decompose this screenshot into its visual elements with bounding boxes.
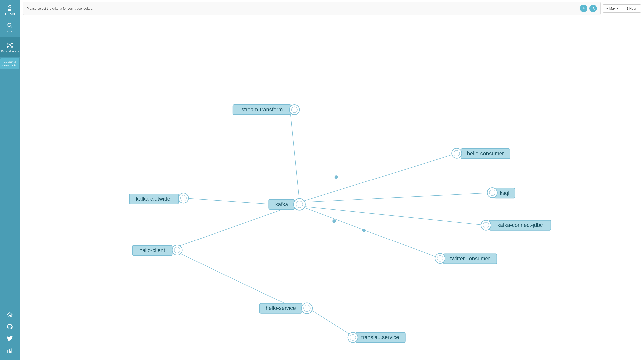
svg-line-12 bbox=[8, 44, 10, 45]
run-search-button[interactable] bbox=[590, 5, 597, 12]
edge-hello-client-hello-service bbox=[177, 252, 292, 307]
go-back-button[interactable]: Go back to classic Zipkin bbox=[0, 58, 20, 69]
svg-point-5 bbox=[8, 23, 11, 26]
svg-line-13 bbox=[10, 44, 12, 45]
svg-point-37 bbox=[174, 247, 180, 253]
svg-point-61 bbox=[350, 335, 356, 340]
time-max-control[interactable]: − Max + bbox=[603, 5, 622, 12]
svg-point-11 bbox=[12, 46, 13, 47]
search-bar: Please select the criteria for your trac… bbox=[23, 2, 601, 15]
dependency-graph: stream-transform kafka kafka-c...twitter bbox=[20, 17, 644, 360]
node-kafka-connect-jdbc[interactable]: kafka-connect-jdbc bbox=[481, 220, 551, 230]
svg-line-6 bbox=[11, 26, 12, 28]
node-hello-service[interactable]: hello-service bbox=[260, 303, 312, 314]
edge-kafka-ksql bbox=[304, 193, 492, 202]
time-controls: − Max + 1 Hour bbox=[603, 4, 641, 13]
svg-text:twitter...onsumer: twitter...onsumer bbox=[450, 255, 490, 262]
svg-text:stream-transform: stream-transform bbox=[242, 106, 282, 112]
node-kafka[interactable]: kafka bbox=[269, 199, 306, 210]
edge-kafka-hello-consumer bbox=[304, 153, 457, 201]
svg-point-53 bbox=[437, 255, 443, 261]
svg-point-33 bbox=[180, 195, 186, 201]
svg-point-9 bbox=[12, 43, 13, 44]
search-placeholder: Please select the criteria for your trac… bbox=[27, 7, 578, 10]
sidebar-bottom bbox=[0, 309, 20, 360]
time-duration-control[interactable]: 1 Hour bbox=[622, 5, 641, 12]
svg-text:kafka: kafka bbox=[275, 201, 288, 207]
sidebar-search-label: Search bbox=[6, 30, 14, 33]
edge-kafka-twitter-kafka bbox=[183, 198, 273, 204]
sidebar: ZIPKIN Search Dependencies Go back to cl… bbox=[0, 0, 20, 360]
edge-dot-3 bbox=[362, 229, 366, 232]
header: Please select the criteria for your trac… bbox=[20, 0, 644, 17]
svg-rect-16 bbox=[8, 350, 8, 353]
svg-line-14 bbox=[8, 46, 10, 46]
svg-text:hello-client: hello-client bbox=[139, 247, 165, 253]
chart-icon-btn[interactable] bbox=[0, 345, 20, 356]
node-hello-consumer[interactable]: hello-consumer bbox=[452, 148, 510, 159]
svg-rect-17 bbox=[9, 349, 10, 353]
svg-text:ksql: ksql bbox=[500, 190, 510, 196]
sidebar-item-dependencies[interactable]: Dependencies bbox=[0, 37, 20, 57]
app-logo[interactable]: ZIPKIN bbox=[0, 0, 20, 17]
svg-text:transla...service: transla...service bbox=[361, 334, 399, 340]
time-duration-label: 1 Hour bbox=[626, 7, 636, 10]
node-ksql[interactable]: ksql bbox=[487, 188, 515, 198]
svg-point-20 bbox=[592, 7, 594, 9]
svg-rect-19 bbox=[12, 348, 12, 353]
svg-text:hello-consumer: hello-consumer bbox=[467, 150, 504, 157]
svg-point-49 bbox=[483, 222, 489, 228]
main-content: Please select the criteria for your trac… bbox=[20, 0, 644, 360]
time-plus-icon: + bbox=[616, 7, 618, 10]
time-max-label: Max bbox=[609, 7, 616, 10]
edge-kafka-connect-jdbc bbox=[304, 206, 486, 225]
app-name: ZIPKIN bbox=[5, 12, 15, 15]
node-hello-client[interactable]: hello-client bbox=[132, 245, 182, 256]
edge-dot-2 bbox=[332, 219, 336, 223]
edge-kafka-twitter-consumer bbox=[304, 207, 440, 258]
svg-point-45 bbox=[489, 190, 495, 196]
svg-point-29 bbox=[296, 201, 303, 208]
svg-point-10 bbox=[7, 46, 8, 47]
svg-point-57 bbox=[304, 305, 310, 312]
sidebar-dependencies-label: Dependencies bbox=[1, 49, 19, 52]
node-kafka-c-twitter[interactable]: kafka-c...twitter bbox=[129, 193, 188, 204]
node-twitter-consumer[interactable]: twitter...onsumer bbox=[435, 253, 497, 264]
svg-point-41 bbox=[454, 150, 460, 156]
svg-line-15 bbox=[10, 46, 12, 46]
time-minus-icon: − bbox=[606, 7, 608, 10]
svg-point-25 bbox=[292, 107, 298, 112]
edge-stream-transform-kafka bbox=[290, 112, 300, 201]
svg-rect-18 bbox=[10, 351, 11, 353]
svg-line-21 bbox=[594, 9, 595, 10]
node-transla-service[interactable]: transla...service bbox=[348, 332, 405, 342]
add-criteria-button[interactable]: + bbox=[580, 5, 588, 12]
sidebar-item-search[interactable]: Search bbox=[0, 17, 20, 37]
edge-hello-client-kafka bbox=[177, 207, 288, 247]
svg-text:kafka-c...twitter: kafka-c...twitter bbox=[136, 196, 172, 202]
edge-hello-service-transla-service bbox=[311, 310, 353, 336]
svg-point-0 bbox=[9, 5, 11, 8]
svg-text:hello-service: hello-service bbox=[266, 305, 296, 311]
node-stream-transform[interactable]: stream-transform bbox=[233, 105, 300, 114]
home-icon-btn[interactable] bbox=[0, 309, 20, 320]
graph-svg: stream-transform kafka kafka-c...twitter bbox=[20, 17, 644, 360]
twitter-icon-btn[interactable] bbox=[0, 333, 20, 344]
svg-point-8 bbox=[7, 43, 8, 44]
svg-text:kafka-connect-jdbc: kafka-connect-jdbc bbox=[497, 222, 542, 228]
edge-dot-1 bbox=[334, 175, 338, 179]
github-icon-btn[interactable] bbox=[0, 321, 20, 332]
